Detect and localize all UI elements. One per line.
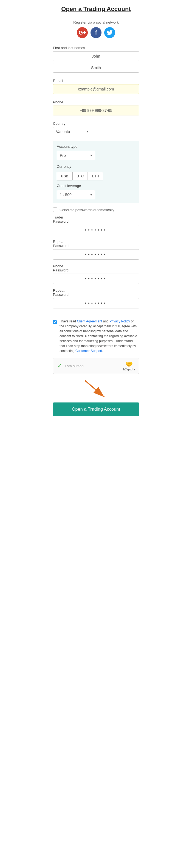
social-label: Register via a social network bbox=[53, 20, 139, 24]
email-label: E-mail bbox=[53, 79, 139, 83]
email-section: E-mail bbox=[53, 79, 139, 96]
last-name-input[interactable] bbox=[53, 63, 139, 73]
email-input[interactable] bbox=[53, 84, 139, 94]
captcha-checkmark-icon: ✓ bbox=[57, 363, 62, 370]
repeat-password-input[interactable] bbox=[53, 249, 139, 260]
google-icon[interactable]: G+ bbox=[77, 27, 88, 38]
agreement-checkbox[interactable] bbox=[53, 320, 57, 324]
phone-password-label: PhonePassword bbox=[53, 264, 139, 272]
country-label: Country bbox=[53, 121, 139, 126]
currency-label: Currency bbox=[57, 164, 135, 168]
generate-passwords-label[interactable]: Generate passwords automatically bbox=[60, 208, 114, 212]
social-icons-row: G+ f bbox=[53, 27, 139, 38]
leverage-select[interactable]: 1 : 500 bbox=[57, 190, 95, 199]
phone-password-section: PhonePassword bbox=[53, 264, 139, 286]
arrow-icon bbox=[79, 378, 113, 400]
generate-passwords-row: Generate passwords automatically bbox=[53, 208, 139, 212]
submit-button[interactable]: Open a Trading Account bbox=[53, 402, 139, 416]
leverage-section: Credit leverage 1 : 500 bbox=[57, 184, 135, 199]
first-name-input[interactable] bbox=[53, 51, 139, 61]
repeat-password-label: RepeatPassword bbox=[53, 240, 139, 248]
names-label: First and last names bbox=[53, 46, 139, 50]
account-type-select[interactable]: Pro bbox=[57, 151, 95, 160]
trader-password-input[interactable] bbox=[53, 225, 139, 235]
currency-usd-button[interactable]: USD bbox=[57, 172, 72, 180]
captcha-logo-icon: 🤝 bbox=[123, 361, 135, 368]
phone-section: Phone bbox=[53, 100, 139, 117]
client-agreement-link[interactable]: Client Agreement bbox=[77, 319, 102, 323]
captcha-box[interactable]: ✓ I am human 🤝 hCaptcha bbox=[53, 358, 139, 374]
phone-input[interactable] bbox=[53, 105, 139, 116]
facebook-icon[interactable]: f bbox=[91, 27, 101, 38]
generate-passwords-checkbox[interactable] bbox=[53, 208, 57, 212]
social-section: Register via a social network G+ f bbox=[53, 20, 139, 38]
names-section: First and last names bbox=[53, 46, 139, 74]
repeat-password-section: RepeatPassword bbox=[53, 240, 139, 261]
twitter-icon[interactable] bbox=[104, 27, 115, 38]
currency-buttons-row: USD BTC ETH bbox=[57, 172, 135, 180]
agreement-row: I have read Client Agreement and Privacy… bbox=[53, 319, 139, 353]
captcha-label: I am human bbox=[65, 364, 84, 368]
country-select[interactable]: Vanuatu bbox=[53, 127, 91, 136]
repeat-phone-password-label: RepeatPassword bbox=[53, 288, 139, 297]
customer-support-link[interactable]: Customer Support bbox=[75, 349, 102, 353]
currency-eth-button[interactable]: ETH bbox=[88, 172, 103, 180]
account-type-label: Account type bbox=[57, 145, 135, 149]
phone-label: Phone bbox=[53, 100, 139, 104]
privacy-policy-link[interactable]: Privacy Policy bbox=[109, 319, 130, 323]
page-title: Open a Trading Account bbox=[53, 5, 139, 12]
trader-password-section: TraderPassword bbox=[53, 215, 139, 237]
captcha-left: ✓ I am human bbox=[57, 363, 84, 370]
account-section: Account type Pro Currency USD BTC ETH Cr… bbox=[53, 141, 139, 203]
captcha-brand-label: hCaptcha bbox=[123, 368, 135, 371]
trader-password-label: TraderPassword bbox=[53, 215, 139, 223]
phone-password-input[interactable] bbox=[53, 274, 139, 284]
svg-line-1 bbox=[85, 380, 104, 397]
repeat-phone-password-input[interactable] bbox=[53, 298, 139, 308]
agreement-text[interactable]: I have read Client Agreement and Privacy… bbox=[60, 319, 139, 353]
captcha-logo: 🤝 hCaptcha bbox=[123, 361, 135, 371]
arrow-area bbox=[53, 378, 139, 400]
currency-btc-button[interactable]: BTC bbox=[72, 172, 88, 180]
repeat-phone-password-section: RepeatPassword bbox=[53, 288, 139, 310]
leverage-label: Credit leverage bbox=[57, 184, 135, 188]
country-section: Country Vanuatu bbox=[53, 121, 139, 136]
